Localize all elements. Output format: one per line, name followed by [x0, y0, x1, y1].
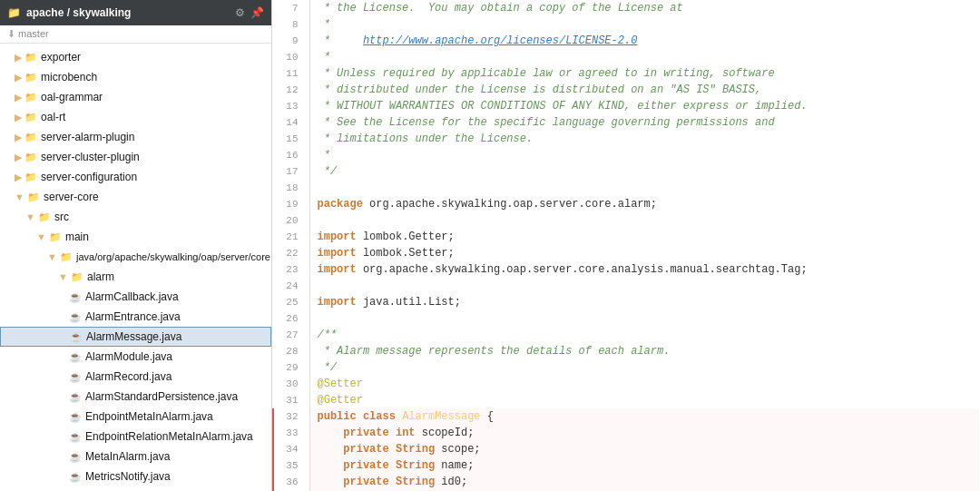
table-row: 26 — [273, 310, 979, 327]
code-line: private String name; — [309, 457, 979, 474]
code-line: @Setter — [309, 376, 979, 392]
project-icon: 📁 — [7, 6, 21, 19]
sidebar: 📁 apache / skywalking ⚙ 📌 ⬇ master ▶ 📁 e… — [0, 0, 272, 491]
sidebar-item-server-alarm-plugin[interactable]: ▶ 📁 server-alarm-plugin — [0, 127, 271, 147]
sidebar-item-java-path[interactable]: ▼ 📁 java/org/apache/skywalking/oap/serve… — [0, 247, 271, 267]
table-row: 29 */ — [273, 359, 979, 376]
table-row: 20 — [273, 212, 979, 229]
line-number: 24 — [273, 278, 309, 294]
code-line: package org.apache.skywalking.oap.server… — [309, 196, 979, 212]
sidebar-item-exporter[interactable]: ▶ 📁 exporter — [0, 47, 271, 67]
table-row: 18 — [273, 180, 979, 196]
sidebar-item-label: AlarmEntrance.java — [85, 310, 181, 323]
code-line: private int scopeId; — [309, 425, 979, 441]
table-row: 33 private int scopeId; — [273, 425, 979, 441]
sidebar-item-label: server-alarm-plugin — [41, 131, 134, 143]
code-editor[interactable]: 7 * the License. You may obtain a copy o… — [272, 0, 980, 491]
sidebar-item-label: src — [54, 211, 69, 223]
code-line: private String id0; — [309, 474, 979, 490]
java-file-icon: ☕ — [69, 411, 82, 423]
sidebar-item-label: AlarmCallback.java — [85, 290, 179, 303]
sidebar-item-server-cluster-plugin[interactable]: ▶ 📁 server-cluster-plugin — [0, 147, 271, 167]
pin-icon[interactable]: 📌 — [250, 6, 264, 19]
code-line: import lombok.Getter; — [309, 229, 979, 245]
sidebar-item-alarm-message[interactable]: ☕ AlarmMessage.java — [0, 327, 271, 347]
folder-icon: ▶ 📁 — [15, 172, 37, 183]
table-row: 21import lombok.Getter; — [273, 229, 979, 245]
table-row: 10 * — [273, 49, 979, 65]
folder-expand-icon: ▼ 📁 — [15, 191, 40, 203]
line-number: 11 — [273, 65, 309, 82]
code-line: @Getter — [309, 392, 979, 408]
table-row: 9 * http://www.apache.org/licenses/LICEN… — [273, 33, 979, 49]
line-number: 14 — [273, 114, 309, 131]
sidebar-item-alarm-entrance[interactable]: ☕ AlarmEntrance.java — [0, 307, 271, 327]
sidebar-item-oal-rt[interactable]: ▶ 📁 oal-rt — [0, 107, 271, 127]
folder-icon: ▶ 📁 — [15, 72, 37, 83]
line-number: 31 — [273, 392, 309, 408]
sidebar-tree[interactable]: ▶ 📁 exporter ▶ 📁 microbench ▶ 📁 oal-gram… — [0, 44, 271, 491]
sidebar-item-service-instance-meta[interactable]: ☕ ServiceInstanceMetaInAlarm.java — [0, 486, 271, 491]
sidebar-item-microbench[interactable]: ▶ 📁 microbench — [0, 67, 271, 87]
sidebar-item-endpoint-rel-meta[interactable]: ☕ EndpointRelationMetaInAlarm.java — [0, 427, 271, 447]
sidebar-item-alarm-callback[interactable]: ☕ AlarmCallback.java — [0, 287, 271, 307]
folder-icon: ▶ 📁 — [15, 152, 37, 163]
sidebar-item-label: MetricsNotify.java — [85, 470, 171, 483]
line-number: 30 — [273, 376, 309, 392]
table-row: 19package org.apache.skywalking.oap.serv… — [273, 196, 979, 212]
sidebar-item-label: server-core — [44, 191, 99, 203]
sidebar-item-alarm-std-persist[interactable]: ☕ AlarmStandardPersistence.java — [0, 387, 271, 407]
sidebar-item-label: java/org/apache/skywalking/oap/server/co… — [76, 251, 270, 262]
sidebar-item-endpoint-meta[interactable]: ☕ EndpointMetaInAlarm.java — [0, 407, 271, 427]
sidebar-item-label: AlarmStandardPersistence.java — [85, 390, 238, 403]
table-row: 15 * limitations under the License. — [273, 131, 979, 147]
sidebar-item-alarm-module[interactable]: ☕ AlarmModule.java — [0, 347, 271, 367]
sidebar-item-server-configuration[interactable]: ▶ 📁 server-configuration — [0, 167, 271, 187]
table-row: 35 private String name; — [273, 457, 979, 474]
line-number: 35 — [273, 457, 309, 474]
line-number: 22 — [273, 245, 309, 261]
line-number: 17 — [273, 163, 309, 180]
line-number: 21 — [273, 229, 309, 245]
table-row: 17 */ — [273, 163, 979, 180]
sidebar-item-label: MetaInAlarm.java — [85, 450, 170, 463]
project-title: apache / skywalking — [26, 6, 131, 19]
code-line: * limitations under the License. — [309, 131, 979, 147]
java-file-icon: ☕ — [69, 311, 82, 323]
folder-expand-icon: ▼ 📁 — [25, 211, 51, 223]
code-line: */ — [309, 163, 979, 180]
sidebar-item-main[interactable]: ▼ 📁 main — [0, 227, 271, 247]
sidebar-header-left: 📁 apache / skywalking — [7, 6, 131, 19]
settings-icon[interactable]: ⚙ — [235, 6, 245, 19]
code-line — [309, 180, 979, 196]
line-number: 26 — [273, 310, 309, 327]
line-number: 9 — [273, 33, 309, 49]
sidebar-item-label: EndpointMetaInAlarm.java — [85, 410, 213, 423]
java-file-icon: ☕ — [69, 291, 82, 303]
sidebar-item-src[interactable]: ▼ 📁 src — [0, 207, 271, 227]
table-row: 31@Getter — [273, 392, 979, 408]
code-line: /** — [309, 327, 979, 343]
sidebar-item-alarm-record[interactable]: ☕ AlarmRecord.java — [0, 367, 271, 387]
line-number: 28 — [273, 343, 309, 359]
sidebar-item-oal-grammar[interactable]: ▶ 📁 oal-grammar — [0, 87, 271, 107]
sidebar-item-meta-in-alarm[interactable]: ☕ MetaInAlarm.java — [0, 447, 271, 466]
line-number: 18 — [273, 180, 309, 196]
code-line: * WITHOUT WARRANTIES OR CONDITIONS OF AN… — [309, 98, 979, 114]
java-file-icon: ☕ — [69, 431, 82, 443]
line-number: 23 — [273, 261, 309, 278]
table-row: 36 private String id0; — [273, 474, 979, 490]
sidebar-item-label: exporter — [41, 51, 81, 64]
table-row: 8 * — [273, 16, 979, 33]
sidebar-item-metrics-notify[interactable]: ☕ MetricsNotify.java — [0, 466, 271, 486]
line-number: 34 — [273, 441, 309, 457]
sidebar-item-alarm-folder[interactable]: ▼ 📁 alarm — [0, 267, 271, 287]
java-file-icon: ☕ — [69, 371, 82, 383]
line-number: 27 — [273, 327, 309, 343]
table-row: 32public class AlarmMessage { — [273, 408, 979, 425]
sidebar-item-server-core[interactable]: ▼ 📁 server-core — [0, 187, 271, 207]
code-body: 7 * the License. You may obtain a copy o… — [273, 0, 979, 491]
code-line: public class AlarmMessage { — [309, 408, 979, 425]
table-row: 34 private String scope; — [273, 441, 979, 457]
java-file-icon: ☕ — [69, 451, 82, 463]
